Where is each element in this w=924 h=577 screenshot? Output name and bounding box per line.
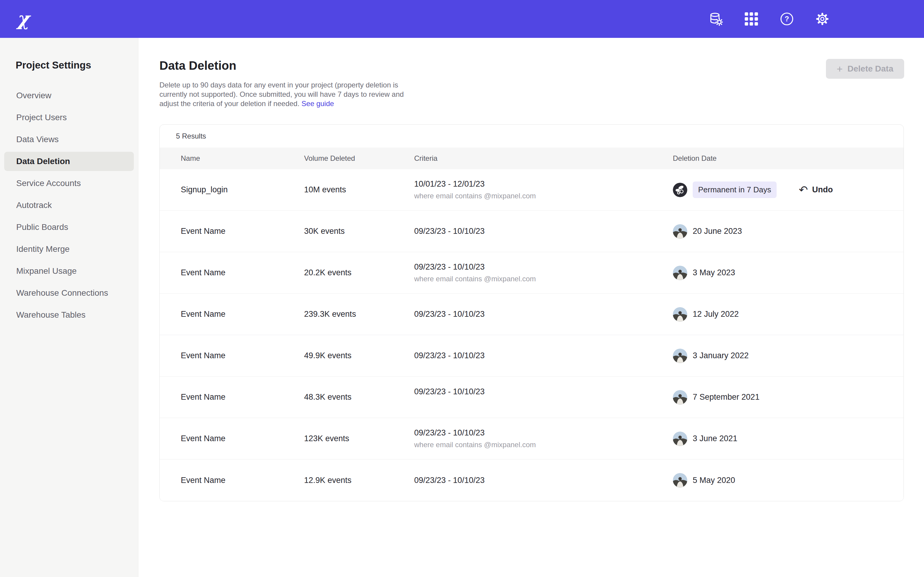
row-volume: 239.3K events <box>304 309 414 319</box>
criteria-subtext: where email contains @mixpanel.com <box>414 440 673 449</box>
sidebar-item-identity-merge[interactable]: Identity Merge <box>4 240 134 259</box>
row-criteria: 09/23/23 - 10/10/23 <box>414 476 673 485</box>
criteria-range: 09/23/23 - 10/10/23 <box>414 351 673 360</box>
page-description-text: Delete up to 90 days data for any event … <box>160 81 404 108</box>
mixpanel-logo[interactable]: χ <box>17 10 29 28</box>
page-header: Data Deletion Delete up to 90 days data … <box>160 59 904 108</box>
criteria-range: 09/23/23 - 10/10/23 <box>414 262 673 272</box>
row-criteria: 09/23/23 - 10/10/23 <box>414 309 673 319</box>
top-navigation-bar: χ <box>0 0 924 38</box>
delete-data-button[interactable]: + Delete Data <box>826 59 904 79</box>
row-criteria: 09/23/23 - 10/10/23 <box>414 351 673 360</box>
see-guide-link[interactable]: See guide <box>301 100 334 108</box>
row-volume: 123K events <box>304 434 414 443</box>
sidebar-item-mixpanel-usage[interactable]: Mixpanel Usage <box>4 261 134 281</box>
avatar <box>673 224 687 239</box>
help-icon[interactable]: ? <box>780 12 794 26</box>
row-criteria: 09/23/23 - 10/10/23 <box>414 227 673 236</box>
delete-data-button-label: Delete Data <box>847 64 893 74</box>
deletion-date-text: 3 May 2023 <box>693 268 735 277</box>
row-name: Event Name <box>160 392 304 402</box>
sidebar-item-data-deletion[interactable]: Data Deletion <box>4 152 134 171</box>
table-row: Event Name 239.3K events 09/23/23 - 10/1… <box>160 293 903 335</box>
deletion-date-text: 20 June 2023 <box>693 227 742 236</box>
criteria-range: 09/23/23 - 10/10/23 <box>414 309 673 319</box>
table-row: Signup_login 10M events 10/01/23 - 12/01… <box>160 169 903 211</box>
deletion-date-text: 7 September 2021 <box>693 392 759 402</box>
row-deletion-date: 12 July 2022 <box>673 307 903 322</box>
deletion-date-text: 5 May 2020 <box>693 476 735 485</box>
column-header-criteria: Criteria <box>414 154 673 163</box>
avatar <box>673 473 687 487</box>
undo-button[interactable]: ↶ Undo <box>799 185 833 195</box>
criteria-range: 10/01/23 - 12/01/23 <box>414 179 673 189</box>
criteria-range: 09/23/23 - 10/10/23 <box>414 476 673 485</box>
table-row: Event Name 123K events 09/23/23 - 10/10/… <box>160 418 903 459</box>
row-volume: 49.9K events <box>304 351 414 360</box>
row-name: Event Name <box>160 268 304 277</box>
sidebar-item-overview[interactable]: Overview <box>4 86 134 105</box>
deletion-requests-table: 5 Results Name Volume Deleted Criteria D… <box>160 124 904 501</box>
avatar <box>673 266 687 280</box>
table-row: Event Name 30K events 09/23/23 - 10/10/2… <box>160 211 903 252</box>
table-row: Event Name 48.3K events 09/23/23 - 10/10… <box>160 377 903 418</box>
row-deletion-date: 3 June 2021 <box>673 432 903 446</box>
sidebar-title: Project Settings <box>0 60 138 71</box>
sidebar-item-data-views[interactable]: Data Views <box>4 130 134 149</box>
row-name: Event Name <box>160 476 304 485</box>
sidebar-item-public-boards[interactable]: Public Boards <box>4 218 134 237</box>
row-deletion-date: Permanent in 7 Days ↶ Undo <box>673 182 903 198</box>
page-title: Data Deletion <box>160 59 421 73</box>
status-badge: Permanent in 7 Days <box>693 182 777 198</box>
avatar <box>673 390 687 405</box>
sidebar-item-warehouse-connections[interactable]: Warehouse Connections <box>4 284 134 303</box>
row-deletion-date: 5 May 2020 <box>673 473 903 487</box>
apps-grid-icon[interactable] <box>745 12 758 26</box>
sidebar-item-service-accounts[interactable]: Service Accounts <box>4 174 134 193</box>
row-deletion-date: 20 June 2023 <box>673 224 903 239</box>
row-criteria: 10/01/23 - 12/01/23 where email contains… <box>414 179 673 200</box>
avatar <box>673 307 687 322</box>
column-header-deletion-date: Deletion Date <box>673 154 903 163</box>
deletion-date-text: 3 June 2021 <box>693 434 738 443</box>
criteria-range: 09/23/23 - 10/10/23 <box>414 428 673 438</box>
sidebar-item-autotrack[interactable]: Autotrack <box>4 196 134 215</box>
row-name: Event Name <box>160 309 304 319</box>
deletion-date-text: 12 July 2022 <box>693 309 739 319</box>
settings-gear-icon[interactable] <box>816 12 829 26</box>
criteria-range: 09/23/23 - 10/10/23 <box>414 227 673 236</box>
row-volume: 20.2K events <box>304 268 414 277</box>
row-volume: 10M events <box>304 185 414 195</box>
column-header-volume: Volume Deleted <box>304 154 414 163</box>
table-header-row: Name Volume Deleted Criteria Deletion Da… <box>160 148 903 169</box>
avatar <box>673 432 687 446</box>
row-deletion-date: 7 September 2021 <box>673 390 903 405</box>
undo-button-label: Undo <box>812 185 833 195</box>
table-row: Event Name 12.9K events 09/23/23 - 10/10… <box>160 459 903 501</box>
row-criteria: 09/23/23 - 10/10/23 where email contains… <box>414 262 673 283</box>
row-volume: 48.3K events <box>304 392 414 402</box>
row-name: Event Name <box>160 351 304 360</box>
criteria-subtext: where email contains @mixpanel.com <box>414 192 673 200</box>
project-settings-sidebar: Project Settings Overview Project Users … <box>0 38 138 577</box>
row-deletion-date: 3 January 2022 <box>673 349 903 363</box>
data-management-icon[interactable] <box>709 12 723 26</box>
criteria-range: 09/23/23 - 10/10/23 <box>414 387 673 396</box>
sidebar-item-project-users[interactable]: Project Users <box>4 108 134 127</box>
page-description: Delete up to 90 days data for any event … <box>160 80 421 108</box>
undo-icon: ↶ <box>799 185 808 195</box>
row-name: Event Name <box>160 434 304 443</box>
row-volume: 12.9K events <box>304 476 414 485</box>
table-row: Event Name 49.9K events 09/23/23 - 10/10… <box>160 335 903 377</box>
table-row: Event Name 20.2K events 09/23/23 - 10/10… <box>160 252 903 293</box>
row-criteria: 09/23/23 - 10/10/23 <box>414 392 673 402</box>
deletion-date-text: 3 January 2022 <box>693 351 749 360</box>
criteria-subtext: where email contains @mixpanel.com <box>414 275 673 283</box>
sidebar-item-warehouse-tables[interactable]: Warehouse Tables <box>4 305 134 324</box>
column-header-name: Name <box>160 154 304 163</box>
row-deletion-date: 3 May 2023 <box>673 266 903 280</box>
results-count: 5 Results <box>160 125 903 148</box>
main-content: Data Deletion Delete up to 90 days data … <box>138 38 924 577</box>
row-name: Event Name <box>160 227 304 236</box>
topbar-icon-group: ? <box>709 12 829 26</box>
